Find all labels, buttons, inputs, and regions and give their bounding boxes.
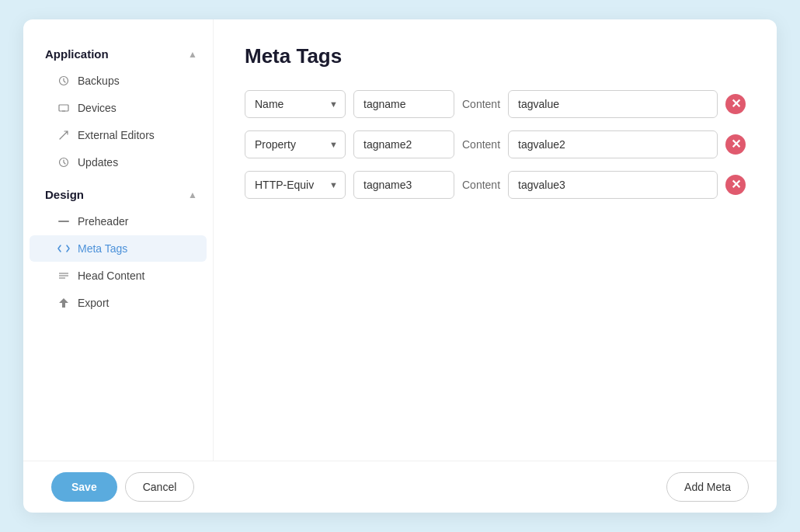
svg-marker-8: [59, 298, 68, 308]
meta-row-3: Name Property HTTP-Equiv ▼ Content ✕: [245, 171, 746, 199]
content-label-2: Content: [462, 138, 500, 151]
sidebar-item-backups[interactable]: Backups: [30, 68, 207, 94]
head-content-icon: [57, 269, 70, 282]
type-select-wrapper-2: Name Property HTTP-Equiv ▼: [245, 130, 346, 158]
sidebar-section-application: Application ▲ Backups: [23, 41, 213, 176]
application-section-title: Application: [45, 47, 109, 61]
sidebar-item-devices[interactable]: Devices: [30, 95, 207, 121]
name-input-3[interactable]: [353, 171, 454, 199]
devices-label: Devices: [78, 102, 117, 114]
sidebar-item-export[interactable]: Export: [30, 290, 207, 316]
add-meta-button[interactable]: Add Meta: [666, 472, 749, 502]
value-input-3[interactable]: [508, 171, 718, 199]
updates-icon: [57, 156, 70, 169]
type-select-wrapper-3: Name Property HTTP-Equiv ▼: [245, 171, 346, 199]
type-select-3[interactable]: Name Property HTTP-Equiv: [245, 171, 346, 199]
meta-tags-icon: [57, 242, 70, 255]
type-select-1[interactable]: Name Property HTTP-Equiv: [245, 90, 346, 118]
cancel-button[interactable]: Cancel: [125, 472, 195, 502]
name-input-1[interactable]: [353, 90, 454, 118]
modal-body: Application ▲ Backups: [23, 19, 777, 461]
sidebar-section-design-header[interactable]: Design ▲: [23, 182, 213, 207]
page-title: Meta Tags: [245, 44, 746, 68]
updates-label: Updates: [78, 156, 118, 169]
type-select-wrapper-1: Name Property HTTP-Equiv ▼: [245, 90, 346, 118]
name-input-2[interactable]: [353, 130, 454, 158]
content-label-3: Content: [462, 179, 500, 191]
sidebar-item-meta-tags[interactable]: Meta Tags: [30, 235, 207, 262]
content-label-1: Content: [462, 98, 500, 110]
preheader-icon: [57, 215, 70, 228]
svg-rect-1: [59, 105, 68, 111]
external-editors-icon: [57, 129, 70, 141]
export-icon: [57, 297, 70, 309]
sidebar-section-design: Design ▲ Preheader: [23, 182, 213, 316]
type-select-2[interactable]: Name Property HTTP-Equiv: [245, 130, 346, 158]
sidebar-item-preheader[interactable]: Preheader: [30, 208, 207, 235]
remove-button-3[interactable]: ✕: [725, 175, 746, 195]
devices-icon: [57, 102, 70, 114]
head-content-label: Head Content: [78, 269, 144, 282]
save-button[interactable]: Save: [51, 472, 117, 502]
main-content: Meta Tags Name Property HTTP-Equiv ▼ Con…: [214, 19, 777, 461]
modal: Application ▲ Backups: [23, 19, 777, 513]
sidebar-item-updates[interactable]: Updates: [30, 149, 207, 176]
sidebar-section-application-header[interactable]: Application ▲: [23, 41, 213, 67]
backups-icon: [57, 75, 70, 87]
meta-row-2: Name Property HTTP-Equiv ▼ Content ✕: [245, 130, 746, 158]
design-section-title: Design: [45, 188, 84, 201]
footer-left: Save Cancel: [51, 472, 194, 502]
external-editors-label: External Editors: [78, 129, 155, 141]
remove-button-1[interactable]: ✕: [725, 94, 746, 114]
sidebar-item-head-content[interactable]: Head Content: [30, 263, 207, 289]
export-label: Export: [78, 297, 109, 309]
chevron-up-icon: ▲: [188, 49, 197, 60]
meta-row-1: Name Property HTTP-Equiv ▼ Content ✕: [245, 90, 746, 118]
preheader-label: Preheader: [78, 215, 128, 228]
chevron-up-design-icon: ▲: [188, 190, 197, 200]
meta-tags-label: Meta Tags: [78, 242, 127, 255]
modal-footer: Save Cancel Add Meta: [23, 461, 777, 513]
remove-button-2[interactable]: ✕: [725, 134, 746, 155]
backups-label: Backups: [78, 75, 120, 87]
value-input-2[interactable]: [508, 130, 718, 158]
value-input-1[interactable]: [508, 90, 718, 118]
sidebar: Application ▲ Backups: [23, 19, 214, 461]
sidebar-item-external-editors[interactable]: External Editors: [30, 122, 207, 148]
